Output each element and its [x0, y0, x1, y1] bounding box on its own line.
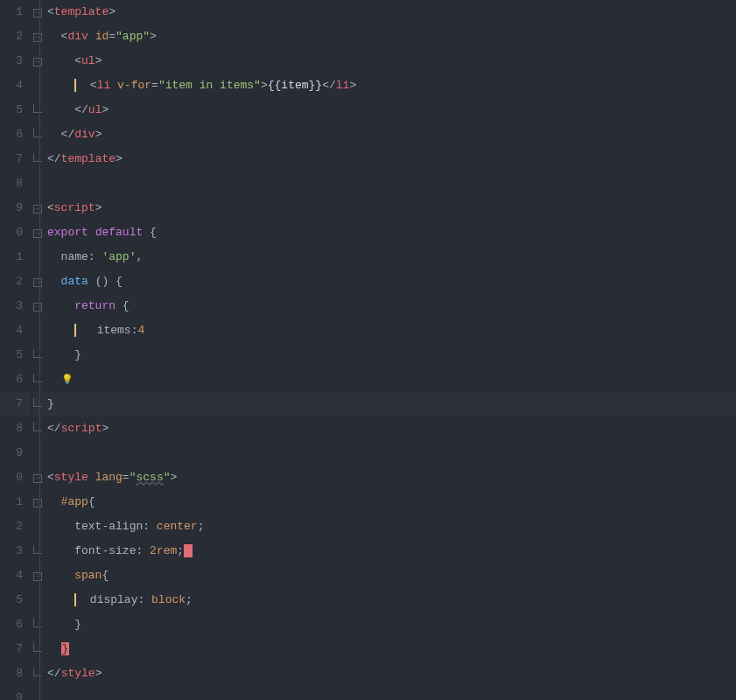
code-line[interactable]: <li v-for="item in items">{{item}}</li> — [47, 74, 736, 98]
fold-end-icon — [33, 349, 42, 358]
code-line[interactable]: span{ — [47, 564, 736, 588]
code-line[interactable]: font-size: 2rem; — [47, 539, 736, 564]
code-line[interactable]: export default { — [47, 220, 736, 245]
line-number: 9 — [0, 196, 30, 220]
line-number: 5 — [0, 98, 30, 122]
line-number: 6 — [0, 368, 30, 392]
line-number: 7 — [0, 147, 30, 172]
code-line[interactable]: </div> — [47, 122, 736, 147]
fold-end-icon — [33, 104, 42, 113]
line-number: 4 — [0, 318, 30, 343]
line-number: 3 — [0, 294, 30, 318]
line-number: 8 — [0, 662, 30, 686]
line-number: 9 — [0, 441, 30, 466]
code-line[interactable]: } — [47, 612, 736, 637]
code-line[interactable]: text-align: center; — [47, 514, 736, 539]
line-number: 1 — [0, 0, 30, 24]
code-line[interactable] — [47, 441, 736, 466]
code-editor[interactable]: 1 2 3 4 5 6 7 8 9 0 1 2 3 4 5 6 7 8 9 0 … — [0, 0, 736, 700]
fold-toggle-icon[interactable] — [33, 278, 42, 287]
fold-toggle-icon[interactable] — [33, 205, 42, 214]
code-line[interactable]: return { — [47, 294, 736, 318]
fold-toggle-icon[interactable] — [33, 499, 42, 508]
code-line[interactable]: </ul> — [47, 98, 736, 122]
code-line[interactable]: 💡 — [47, 368, 736, 392]
fold-column[interactable] — [33, 0, 47, 700]
line-number: 2 — [0, 514, 30, 539]
fold-guide-line — [39, 0, 40, 700]
indent-guide-icon — [74, 79, 76, 92]
code-line[interactable]: </style> — [47, 662, 736, 686]
fold-toggle-icon[interactable] — [33, 229, 42, 238]
code-area[interactable]: <template> <div id="app"> <ul> <li v-for… — [47, 0, 736, 700]
code-line[interactable]: name: 'app', — [47, 245, 736, 270]
fold-end-icon — [33, 545, 42, 554]
code-line[interactable]: </template> — [47, 147, 736, 172]
fold-toggle-icon[interactable] — [33, 9, 42, 18]
fold-toggle-icon[interactable] — [33, 303, 42, 312]
line-number: 6 — [0, 612, 30, 637]
code-line[interactable] — [47, 172, 736, 196]
line-number-gutter: 1 2 3 4 5 6 7 8 9 0 1 2 3 4 5 6 7 8 9 0 … — [0, 0, 33, 700]
warning-underline-icon: scss — [136, 471, 163, 484]
fold-toggle-icon[interactable] — [33, 58, 42, 66]
code-line[interactable]: display: block; — [47, 588, 736, 612]
code-line[interactable]: <script> — [47, 196, 736, 220]
fold-end-icon — [33, 619, 42, 627]
code-line[interactable]: </script> — [47, 416, 736, 441]
line-number: 6 — [0, 122, 30, 147]
fold-end-icon — [33, 153, 42, 162]
fold-end-icon — [33, 643, 42, 652]
line-number: 8 — [0, 172, 30, 196]
fold-end-icon — [33, 423, 42, 431]
line-number: 4 — [0, 74, 30, 98]
line-number: 0 — [0, 220, 30, 245]
line-number: 7 — [0, 637, 30, 662]
fold-end-icon — [33, 374, 42, 382]
code-line[interactable]: <template> — [47, 0, 736, 24]
code-line[interactable]: } — [47, 637, 736, 662]
lightbulb-icon[interactable]: 💡 — [61, 374, 74, 385]
line-number: 2 — [0, 270, 30, 294]
fold-toggle-icon[interactable] — [33, 572, 42, 581]
code-line[interactable]: #app{ — [47, 490, 736, 514]
fold-end-icon — [33, 398, 42, 407]
fold-toggle-icon[interactable] — [33, 33, 42, 42]
code-line[interactable]: data () { — [47, 270, 736, 294]
line-number: 5 — [0, 343, 30, 368]
code-line[interactable]: items:4 — [47, 318, 736, 343]
line-number: 1 — [0, 245, 30, 270]
indent-guide-icon — [74, 593, 76, 606]
fold-toggle-icon[interactable] — [33, 474, 42, 483]
line-number: 7 — [0, 392, 30, 416]
line-number: 3 — [0, 49, 30, 74]
fold-end-icon — [33, 129, 42, 137]
code-line[interactable]: <ul> — [47, 49, 736, 74]
line-number: 9 — [0, 686, 30, 700]
line-number: 8 — [0, 416, 30, 441]
line-number: 2 — [0, 24, 30, 49]
line-number: 3 — [0, 539, 30, 564]
error-marker-icon: } — [61, 642, 70, 655]
code-line[interactable]: <div id="app"> — [47, 24, 736, 49]
fold-end-icon — [33, 668, 42, 676]
code-line[interactable]: <style lang="scss"> — [47, 466, 736, 490]
line-number: 1 — [0, 490, 30, 514]
line-number: 0 — [0, 466, 30, 490]
line-number: 5 — [0, 588, 30, 612]
error-marker-icon — [184, 544, 193, 557]
code-line[interactable] — [47, 686, 736, 700]
indent-guide-icon — [74, 324, 76, 337]
code-line[interactable]: } — [47, 392, 736, 416]
line-number: 4 — [0, 564, 30, 588]
code-line[interactable]: } — [47, 343, 736, 368]
